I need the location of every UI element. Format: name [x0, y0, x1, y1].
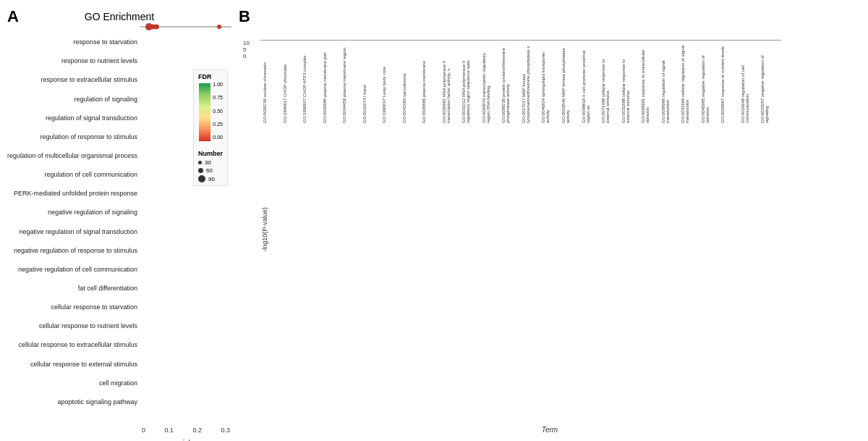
data-dot	[217, 25, 221, 29]
x-label-b: GO:0031688 cellular response to external…	[621, 43, 641, 123]
y-axis-label: negative regulation of response to stimu…	[7, 248, 137, 255]
x-tick: 0.3	[221, 427, 230, 434]
y-axis-label: cellular response to nutrient levels	[7, 323, 137, 330]
x-label-b: GO:0031669 cellular regulation of signal…	[681, 43, 700, 123]
y-axis-title-b: -log10(P-value)	[261, 207, 268, 252]
bar-chart-area: 10 5 0 GO:0000790 nuclear chromatinGO:19…	[260, 40, 781, 41]
y-axis-label: cellular response to extracellular stimu…	[7, 342, 137, 349]
panel-a-label: A	[7, 7, 19, 26]
fdr-gradient	[199, 83, 210, 141]
main-container: A GO Enrichment response to starvationre…	[0, 0, 868, 441]
dot-plot	[140, 26, 231, 28]
x-tick: 0	[142, 427, 145, 434]
x-label-b: GO:0009966 regulation of signal transduc…	[661, 43, 681, 123]
fdr-values: 1.00 0.75 0.50 0.25 0.00	[213, 82, 223, 140]
x-label-b: GO:0071488 cellular response to external…	[601, 43, 621, 123]
panel-b-label: B	[239, 7, 250, 26]
panel-b: B -log10(P-value) 10 5 0 GO:0000790 nucl…	[239, 7, 861, 434]
x-tick: 0.1	[165, 427, 174, 434]
number-legend-title: Number	[198, 150, 223, 157]
x-label-b: GO:0003546 MAP kinase phosphatase activi…	[561, 43, 581, 123]
x-label-b: GO:0009967 response to nutrient levels	[720, 43, 740, 123]
x-label-b: GO:0009991 response to extracellular sti…	[641, 43, 660, 123]
x-label-b: GO:0000981 RNA polymerase II transcripti…	[442, 43, 461, 123]
y-axis-label: response to nutrient levels	[7, 58, 137, 65]
x-label-b: GO:0005886 plasma membrane part	[323, 43, 342, 123]
data-dot	[155, 25, 159, 29]
x-label-b: GO:0000790 nuclear chromatin	[263, 43, 282, 123]
y-axis-labels: response to starvationresponse to nutrie…	[7, 26, 140, 434]
plot-area-a: response to starvationresponse to nutrie…	[7, 26, 231, 434]
y-axis-label: regulation of response to stimulus	[7, 134, 137, 141]
x-label-b: GO:0045985 negative regulation of stimul…	[701, 43, 720, 123]
x-label-b: GO:0010648 regulation of cell communicat…	[741, 43, 760, 123]
x-label-b: GO:0005886 plasma membrane	[422, 43, 441, 123]
x-label-b: GO:1990037 Lewy body core	[382, 43, 401, 123]
x-label-b: GO:0031674 I band	[362, 43, 382, 123]
y-axis-label: cellular response to external stimulus	[7, 361, 137, 369]
x-axis-labels-a: 0 0.1 0.2 0.3	[140, 427, 231, 434]
fdr-legend-title: FDR	[198, 73, 223, 80]
y-axis-label: cell migration	[7, 380, 137, 387]
y-axis-label: PERK-mediated unfolded protein response	[7, 190, 137, 198]
y-axis-label: response to extracellular stimulus	[7, 77, 137, 84]
x-label-b: GO:0048818 II coli promoter proximal reg…	[582, 43, 601, 123]
x-tick: 0.2	[193, 427, 203, 434]
number-legend-items: 30 60 90	[198, 159, 223, 182]
y-axis-label: regulation of cell communication	[7, 172, 137, 179]
number-dot-medium	[198, 168, 203, 173]
y-axis-label: cellular response to starvation	[7, 304, 137, 311]
x-axis-title-b: Term	[542, 426, 558, 434]
y-axis-label: response to starvation	[7, 39, 137, 46]
number-dot-small	[198, 161, 202, 164]
panel-a-title: GO Enrichment	[7, 11, 231, 22]
y-axis-label: regulation of multicellular organismal p…	[7, 153, 137, 160]
x-axis-title-a: rich	[179, 438, 192, 441]
x-label-b: GO:0001012 RNA polymerase II regulatory …	[461, 43, 481, 123]
x-label-b: GO:0044459 plasma membrane region	[342, 43, 362, 123]
x-label-b: GO:0017017 MAP kinase tyrosine/serine/th…	[522, 43, 541, 123]
x-labels-b: GO:0000790 nuclear chromatinGO:1990817 C…	[261, 43, 781, 123]
x-label-b: GO:0042383 sarcolemma	[402, 43, 422, 123]
y-axis-label: negative regulation of signal transducti…	[7, 229, 137, 236]
y-axis-label: regulation of signaling	[7, 96, 137, 104]
y-axis-label: apoptotic signaling pathway	[7, 399, 137, 406]
x-label-b: GO:0046824 sphingolipid transporter acti…	[541, 43, 561, 123]
y-axis-label: fat cell differentiation	[7, 285, 137, 293]
x-label-b: GO:1990817 CHOP chromatin	[283, 43, 302, 123]
x-label-b: GO:0023057 negative regulation of signal…	[760, 43, 780, 123]
x-label-b: GO:1990827 CHOP-ATF3 complex	[302, 43, 322, 123]
data-dot	[150, 25, 156, 30]
number-dot-large	[198, 175, 205, 182]
panel-a: A GO Enrichment response to starvationre…	[7, 7, 231, 434]
x-label-b: GO:0008239 protein tyrosine/threonine ph…	[501, 43, 521, 123]
x-label-b: GO:0000976 transcription regulatory regi…	[482, 43, 501, 123]
legend-fdr: FDR 1.00 0.75 0.50 0.25 0.00 Number	[193, 70, 228, 186]
y-axis-label: negative regulation of cell communicatio…	[7, 266, 137, 274]
y-axis-label: regulation of signal transduction	[7, 115, 137, 122]
y-axis-label: negative regulation of signaling	[7, 209, 137, 217]
